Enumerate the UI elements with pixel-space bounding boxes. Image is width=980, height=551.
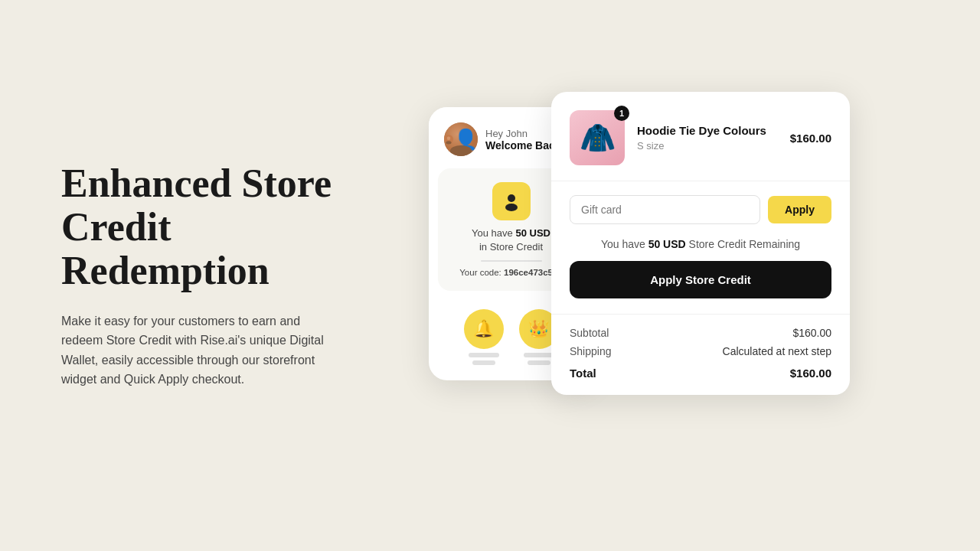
code-text: Your code: 196ce473c50a	[459, 268, 563, 277]
subtotal-label: Subtotal	[570, 327, 609, 339]
bell-icon: 🔔	[473, 319, 494, 339]
crown-icon: 👑	[528, 319, 549, 339]
checkout-card: 🧥 1 Hoodie Tie Dye Colours S size $160.0…	[551, 92, 850, 395]
product-image: 🧥 1	[570, 110, 625, 165]
label-line-4	[528, 360, 550, 365]
total-value: $160.00	[790, 367, 831, 380]
total-label: Total	[570, 367, 596, 380]
sub-text: Make it easy for your customers to earn …	[61, 311, 337, 390]
credit-notice-amount: 50 USD	[648, 238, 686, 250]
svg-point-5	[508, 194, 515, 202]
label-line-2	[472, 360, 495, 365]
credit-notice-prefix: You have	[601, 238, 645, 250]
crown-label-lines	[524, 353, 554, 365]
product-name: Hoodie Tie Dye Colours	[637, 124, 778, 137]
gift-card-input[interactable]	[570, 195, 760, 224]
svg-point-6	[505, 204, 518, 211]
shipping-row: Shipping Calculated at next step	[570, 345, 831, 357]
product-size: S size	[637, 140, 778, 152]
hoodie-icon: 🧥	[580, 121, 616, 155]
credit-amount-text: You have 50 USD in Store Credit	[472, 227, 550, 254]
svg-point-2	[446, 141, 451, 144]
icon-labels-row: 🔔 👑	[464, 309, 559, 365]
store-credit-info: You have 50 USD Store Credit Remaining	[551, 235, 850, 261]
apply-gift-card-button[interactable]: Apply	[768, 196, 831, 223]
code-label: Your code:	[459, 268, 501, 277]
avatar-face	[444, 122, 478, 156]
main-heading: Enhanced Store Credit Redemption	[61, 161, 383, 293]
wallet-icon	[492, 182, 531, 220]
hey-label: Hey John	[485, 128, 561, 139]
cart-badge: 1	[614, 106, 629, 121]
divider-line	[481, 260, 542, 262]
product-price: $160.00	[790, 132, 831, 145]
gift-card-row: Apply	[551, 181, 850, 235]
subtotal-row: Subtotal $160.00	[570, 327, 831, 339]
credit-amount: 50 USD	[515, 227, 550, 239]
bell-button[interactable]: 🔔	[464, 309, 504, 349]
apply-store-credit-button[interactable]: Apply Store Credit	[570, 261, 831, 298]
label-line-3	[524, 353, 554, 357]
avatar	[444, 122, 478, 156]
avatar-section: Hey John Welcome Back	[444, 122, 561, 156]
shipping-value: Calculated at next step	[723, 345, 831, 357]
credit-suffix: in Store Credit	[479, 241, 543, 253]
subtotal-value: $160.00	[792, 327, 831, 339]
product-row: 🧥 1 Hoodie Tie Dye Colours S size $160.0…	[551, 92, 850, 181]
left-section: Enhanced Store Credit Redemption Make it…	[61, 161, 413, 390]
welcome-label: Welcome Back	[485, 139, 561, 152]
credit-notice-suffix: Store Credit Remaining	[689, 238, 801, 250]
credit-label: You have	[472, 227, 513, 239]
bell-label-lines	[469, 353, 499, 365]
product-info: Hoodie Tie Dye Colours S size	[637, 124, 778, 152]
shipping-label: Shipping	[570, 345, 612, 357]
total-row: Total $160.00	[570, 367, 831, 380]
order-summary: Subtotal $160.00 Shipping Calculated at …	[551, 314, 850, 395]
label-line-1	[469, 353, 499, 357]
page-container: Enhanced Store Credit Redemption Make it…	[0, 0, 980, 551]
svg-point-3	[447, 137, 450, 140]
greeting-text: Hey John Welcome Back	[485, 128, 561, 152]
right-section: Hey John Welcome Back You have 50 USD	[429, 77, 919, 474]
bell-icon-group: 🔔	[464, 309, 504, 365]
